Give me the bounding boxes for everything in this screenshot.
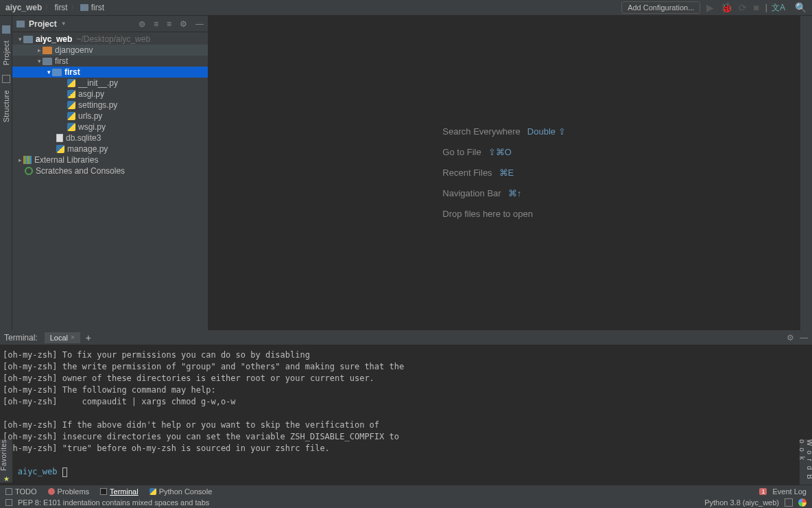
folder-icon [80, 4, 88, 11]
hint-goto-label: Go to File [442, 142, 481, 163]
chevron-down-icon[interactable]: ▾ [16, 36, 23, 43]
wordbook-strip[interactable]: W o r d B o o k [800, 439, 812, 485]
hint-recent-key: ⌘E [499, 163, 514, 183]
hide-icon[interactable]: — [195, 19, 204, 29]
structure-strip-icon[interactable] [2, 75, 10, 83]
python-file-icon [56, 145, 64, 153]
chevron-down-icon[interactable]: ▾ [45, 69, 52, 76]
add-terminal-button[interactable]: + [86, 332, 91, 343]
hint-drop-label: Drop files here to open [442, 204, 533, 224]
close-icon[interactable]: × [71, 334, 75, 341]
breadcrumb-mid[interactable]: first [54, 3, 67, 12]
add-configuration-button[interactable]: Add Configuration... [621, 1, 700, 14]
status-bar: PEP 8: E101 indentation contains mixed s… [0, 497, 812, 508]
tree-item-urls[interactable]: urls.py [12, 111, 208, 122]
tree-item-first[interactable]: ▾ first [12, 56, 208, 67]
event-log-button[interactable]: 1Event Log [759, 487, 807, 496]
ide-status-icon[interactable] [785, 498, 793, 507]
library-icon [23, 156, 32, 164]
terminal-line: [oh-my-zsh] the write permission of "gro… [3, 362, 404, 371]
run-toolbar: ▶ 🐞 ⟳ ■ [704, 2, 761, 13]
prompt-cwd: aiyc_web [18, 467, 58, 476]
hide-icon[interactable]: — [800, 333, 808, 343]
terminal-tab-local[interactable]: Local × [45, 332, 80, 343]
tree-item-scratches[interactable]: Scratches and Consoles [12, 165, 208, 176]
stop-icon[interactable]: ■ [753, 2, 759, 13]
terminal-title: Terminal: [4, 333, 38, 343]
debug-icon[interactable]: 🐞 [721, 2, 732, 13]
expand-all-icon[interactable]: ≡ [154, 19, 158, 29]
event-badge: 1 [759, 488, 767, 495]
tree-item-djangoenv[interactable]: ▸ djangoenv [12, 45, 208, 56]
status-message: PEP 8: E101 indentation contains mixed s… [18, 498, 209, 507]
project-tool-window: Project ▼ ⊚ ≡ ≡ ⚙ — ▾ aiyc_web ~/Desktop… [12, 16, 208, 330]
project-header-title[interactable]: Project [29, 19, 57, 29]
search-icon[interactable]: 🔍 [795, 2, 807, 13]
gear-icon[interactable]: ⚙ [787, 333, 794, 343]
python-console-button[interactable]: Python Console [150, 487, 213, 496]
terminal-line: [oh-my-zsh] insecure directories you can… [3, 432, 399, 441]
favorites-strip[interactable]: Favorites ★ [0, 439, 12, 483]
tree-item-init[interactable]: __init__.py [12, 78, 208, 89]
terminal-icon [100, 488, 107, 495]
tree-item-first-inner[interactable]: ▾ first [12, 67, 208, 78]
hint-search-key: Double ⇧ [527, 122, 566, 142]
folder-icon [23, 36, 33, 43]
tree-item-settings[interactable]: settings.py [12, 100, 208, 111]
terminal-line: [oh-my-zsh] compaudit | xargs chmod g-w,… [3, 397, 236, 406]
tree-item-manage[interactable]: manage.py [12, 143, 208, 154]
python-file-icon [67, 90, 75, 98]
tree-item-asgi[interactable]: asgi.py [12, 89, 208, 100]
python-file-icon [67, 101, 75, 109]
breadcrumb-leaf[interactable]: first [80, 3, 104, 12]
project-strip-icon[interactable] [2, 25, 10, 34]
editor-empty-state[interactable]: Search EverywhereDouble ⇧ Go to File⇧⌘O … [208, 16, 800, 330]
problems-button[interactable]: Problems [48, 487, 89, 496]
star-icon: ★ [0, 475, 12, 483]
terminal-button[interactable]: Terminal [100, 487, 139, 496]
status-python-interpreter[interactable]: Python 3.8 (aiyc_web) [704, 498, 779, 507]
tree-item-external-libraries[interactable]: ▸ External Libraries [12, 154, 208, 165]
terminal-line: [oh-my-zsh] If the above didn't help or … [3, 420, 379, 430]
welcome-hints: Search EverywhereDouble ⇧ Go to File⇧⌘O … [442, 122, 565, 224]
chevron-down-icon[interactable]: ▼ [61, 21, 67, 27]
translate-icon[interactable]: 文A [772, 2, 785, 14]
google-icon[interactable] [798, 498, 807, 507]
terminal-tabbar: Terminal: Local × + ⚙ — [0, 330, 812, 345]
chevron-right-icon[interactable]: ▸ [36, 47, 43, 54]
chevron-down-icon[interactable]: ▾ [36, 58, 43, 65]
hint-search-label: Search Everywhere [442, 122, 520, 142]
terminal-output[interactable]: [oh-my-zsh] To fix your permissions you … [0, 345, 812, 485]
project-tree[interactable]: ▾ aiyc_web ~/Desktop/aiyc_web ▸ djangoen… [12, 32, 208, 330]
tree-root-name: aiyc_web [36, 34, 72, 44]
python-file-icon [67, 79, 75, 87]
right-tool-strip [800, 16, 812, 330]
tree-item-db[interactable]: db.sqlite3 [12, 132, 208, 143]
run-icon[interactable]: ▶ [706, 2, 714, 13]
coverage-icon[interactable]: ⟳ [739, 2, 747, 13]
terminal-line: [oh-my-zsh] "true" before oh-my-zsh is s… [3, 443, 330, 453]
structure-strip-label[interactable]: Structure [2, 90, 10, 122]
file-icon [56, 134, 63, 142]
tree-root-path: ~/Desktop/aiyc_web [76, 34, 150, 44]
python-icon [150, 488, 156, 495]
status-show-tool-icon[interactable] [5, 499, 12, 506]
warning-icon [48, 488, 55, 495]
chevron-right-icon[interactable]: ▸ [16, 157, 23, 163]
gear-icon[interactable]: ⚙ [180, 19, 187, 29]
tree-root[interactable]: ▾ aiyc_web ~/Desktop/aiyc_web [12, 34, 208, 45]
bottom-tool-strip: TODO Problems Terminal Python Console 1E… [0, 485, 812, 497]
folder-icon [43, 58, 52, 65]
hint-recent-label: Recent Files [442, 163, 492, 183]
locate-icon[interactable]: ⊚ [139, 19, 145, 29]
left-tool-strip: Project Structure [0, 16, 12, 330]
chevron-right-icon: 〉 [71, 3, 77, 12]
todo-button[interactable]: TODO [5, 487, 37, 496]
tree-item-wsgi[interactable]: wsgi.py [12, 122, 208, 132]
project-strip-label[interactable]: Project [2, 41, 10, 65]
hint-goto-key: ⇧⌘O [488, 142, 512, 163]
python-file-icon [67, 123, 75, 131]
terminal-line: [oh-my-zsh] To fix your permissions you … [3, 350, 310, 360]
collapse-all-icon[interactable]: ≡ [167, 19, 171, 29]
breadcrumb-root[interactable]: aiyc_web [5, 3, 42, 12]
